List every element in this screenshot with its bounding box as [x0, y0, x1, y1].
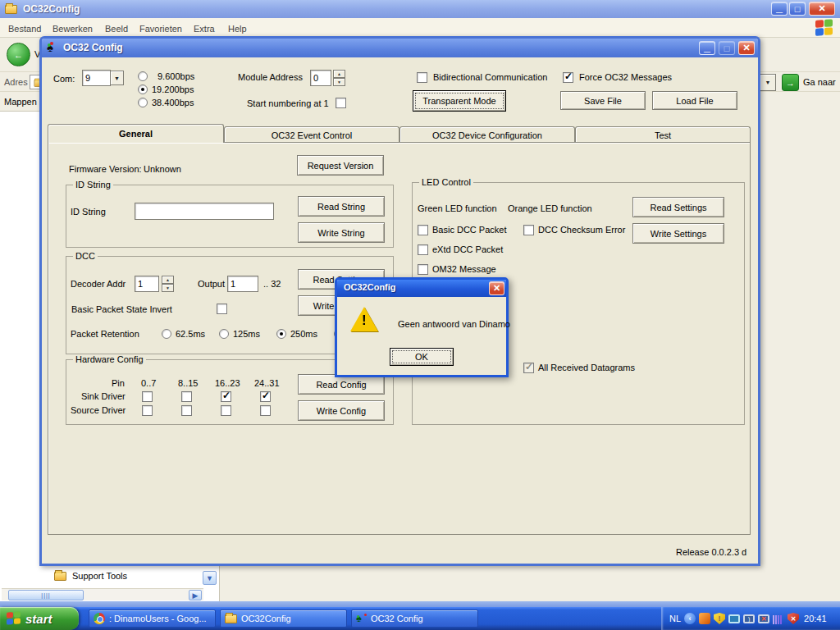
force-oc32-checkbox[interactable] [563, 72, 573, 83]
tree-vscroll-down-button[interactable]: ▼ [203, 571, 217, 585]
task-label: OC32 Config [371, 614, 423, 623]
tab-test[interactable]: Test [575, 126, 751, 143]
display-tray-icon[interactable] [728, 614, 740, 623]
explorer-status-strip [0, 601, 840, 607]
address-label: Adres [4, 77, 28, 87]
app-title: OC32 Config [63, 42, 123, 53]
app-close-button[interactable] [738, 41, 755, 55]
explorer-titlebar: OC32Config [0, 0, 840, 18]
bidirectional-label: Bidirectional Communication [433, 72, 547, 82]
explorer-title: OC32Config [23, 3, 80, 15]
hscroll-thumb[interactable]: |||| [8, 590, 84, 600]
security-shield-icon[interactable]: ! [714, 613, 725, 624]
task-label: OC32Config [241, 614, 291, 623]
app-window-icon [47, 41, 53, 53]
menu-item-favorieten[interactable]: Favorieten [139, 24, 182, 34]
task-oc32-config-app[interactable]: OC32 Config [351, 609, 478, 628]
message-box-close-button[interactable] [489, 281, 504, 295]
taskbar: start : DinamoUsers - Goog... OC32Config… [0, 607, 840, 630]
module-address-label: Module Address [238, 72, 303, 82]
module-address-spinner[interactable] [333, 70, 345, 86]
menu-item-help[interactable]: Help [228, 24, 247, 34]
com-select[interactable] [82, 70, 111, 86]
task-dinamousers[interactable]: : DinamoUsers - Goog... [89, 609, 216, 628]
hscroll-right-button[interactable]: ▶ [189, 590, 202, 600]
menu-item-bestand[interactable]: Bestand [8, 24, 41, 34]
transparent-mode-button[interactable]: Transparent Mode [413, 90, 506, 112]
com-label: Com: [53, 74, 75, 84]
message-box-titlebar: OC32Config [337, 280, 506, 297]
spin-up-icon[interactable] [333, 70, 345, 78]
windows-flag-logo [815, 19, 833, 37]
menu-item-extra[interactable]: Extra [194, 24, 215, 34]
message-box-title: OC32Config [344, 282, 396, 292]
tray-language-indicator[interactable]: NL [669, 614, 681, 623]
tab-general[interactable]: General [48, 124, 224, 143]
menu-item-bewerken[interactable]: Bewerken [52, 24, 93, 34]
address-dropdown-button[interactable] [760, 74, 776, 91]
load-file-button[interactable]: Load File [652, 91, 737, 110]
module-address-field[interactable] [310, 70, 331, 86]
task-folder-icon [225, 614, 237, 623]
start-label: start [25, 612, 52, 626]
hide-icons-chevron[interactable]: ‹ [684, 613, 696, 624]
baud-9600-radio[interactable] [138, 71, 148, 81]
force-oc32-label: Force OC32 Messages [579, 72, 672, 82]
save-file-button[interactable]: Save File [560, 91, 646, 110]
network-activity-icon[interactable]: ) [743, 614, 755, 623]
message-box-body: ! Geen antwoord van Dinamo OK [337, 297, 506, 375]
explorer-close-button[interactable] [809, 2, 835, 16]
baud-38400-radio[interactable] [138, 98, 148, 107]
screen: OC32Config Bestand Bewerken Beeld Favori… [0, 0, 840, 630]
task-spade-icon [356, 613, 367, 624]
baud-9600-label: 9.600bps [158, 71, 194, 81]
start-numbering-checkbox[interactable] [336, 98, 346, 108]
folders-label: Mappen [4, 97, 37, 107]
browser-icon [94, 613, 105, 624]
spin-down-icon[interactable] [333, 78, 345, 86]
warning-icon: ! [350, 307, 378, 331]
start-flag-icon [7, 611, 21, 625]
signal-bars-icon[interactable] [773, 615, 784, 624]
message-text: Geen antwoord van Dinamo [398, 319, 510, 329]
app-maximize-button [719, 41, 735, 55]
back-button[interactable]: ← [7, 43, 30, 66]
warning-exclamation: ! [362, 313, 367, 329]
ok-button[interactable]: OK [390, 348, 454, 366]
com-dropdown-button[interactable] [110, 71, 124, 85]
baud-19200-label: 19.200bps [152, 84, 194, 94]
security-alert-shield-icon[interactable]: ✕ [788, 613, 799, 624]
task-label: : DinamoUsers - Goog... [109, 614, 207, 623]
baud-19200-radio[interactable] [138, 84, 148, 94]
menu-item-beeld[interactable]: Beeld [105, 24, 128, 34]
explorer-menubar: Bestand Bewerken Beeld Favorieten Extra … [0, 18, 840, 38]
tree-hscrollbar[interactable]: |||| ▶ [2, 588, 203, 600]
tray-clock[interactable]: 20:41 [804, 614, 827, 623]
tab-device-configuration[interactable]: OC32 Device Configuration [399, 126, 575, 143]
tree-item-label: Support Tools [72, 571, 127, 581]
app-titlebar: OC32 Config [42, 39, 758, 57]
start-numbering-label: Start numbering at 1 [247, 98, 329, 108]
start-button[interactable]: start [0, 607, 79, 630]
support-tools-folder-icon [54, 572, 66, 581]
system-tray: NL ‹ ! ) ✕ ✕ 20:41 [661, 607, 840, 630]
explorer-window-icon [5, 5, 17, 14]
network-disconnected-icon[interactable]: ✕ [758, 614, 769, 623]
explorer-minimize-button[interactable] [771, 2, 788, 16]
message-box: OC32Config ! Geen antwoord van Dinamo OK [335, 277, 509, 377]
baud-38400-label: 38.400bps [152, 98, 194, 107]
update-tray-icon[interactable] [699, 613, 710, 624]
go-button-label[interactable]: Ga naar [803, 77, 836, 87]
task-oc32config-folder[interactable]: OC32Config [220, 609, 347, 628]
app-minimize-button[interactable] [699, 41, 715, 55]
bidirectional-checkbox[interactable] [417, 72, 427, 83]
explorer-restore-button[interactable] [789, 2, 806, 16]
go-button-icon[interactable]: → [782, 74, 799, 91]
tab-event-control[interactable]: OC32 Event Control [224, 126, 399, 143]
release-label: Release 0.0.2.3 d [676, 547, 746, 557]
